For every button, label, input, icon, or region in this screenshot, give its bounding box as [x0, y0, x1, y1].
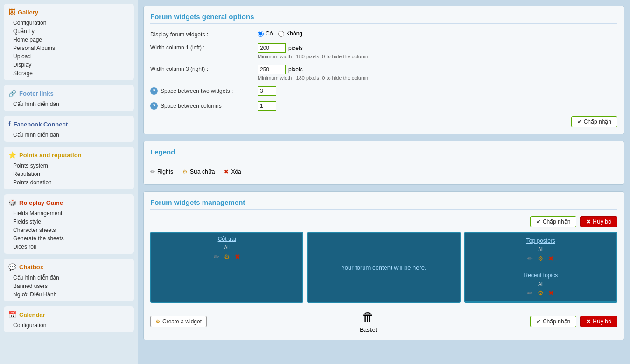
checkmark-icon: ✔	[577, 119, 582, 125]
check2-icon: ✔	[536, 318, 541, 325]
sidebar-link-banned-users[interactable]: Banned users	[4, 282, 134, 290]
general-options-accept-btn[interactable]: ✔ Chấp nhận	[571, 116, 617, 127]
col3-pixels: pixels	[288, 66, 303, 73]
sidebar-link-generate-the-sheets[interactable]: Generate the sheets	[4, 234, 134, 243]
radio-yes[interactable]	[258, 31, 264, 37]
space-widgets-label: ? Space between two widgets :	[150, 86, 253, 95]
top-posters-actions: ✏ ⚙ ✖	[465, 252, 616, 265]
sidebar-link-configuration[interactable]: Configuration	[4, 321, 134, 329]
main-content: Forum widgets general options Display fo…	[138, 0, 630, 364]
sidebar-link-storage[interactable]: Storage	[4, 69, 134, 77]
general-options-actions: ✔ Chấp nhận	[150, 116, 617, 127]
recent-topics-edit-icon[interactable]: ⚙	[538, 289, 544, 297]
section-label-calendar: Calendar	[19, 311, 45, 318]
top-posters-edit-icon[interactable]: ⚙	[538, 255, 544, 262]
center-text: Your forum content will be here.	[341, 264, 426, 271]
sidebar-link-reputation[interactable]: Reputation	[4, 170, 134, 178]
sidebar-link-dices-roll[interactable]: Dices roll	[4, 243, 134, 251]
space-widgets-help-icon[interactable]: ?	[150, 87, 158, 95]
sidebar-link-cu-hnh-din-n[interactable]: Cấu hình diễn đàn	[4, 131, 134, 139]
col3-input[interactable]	[258, 65, 286, 74]
sidebar-link-personal-albums[interactable]: Personal Albums	[4, 44, 134, 52]
general-options-title: Forum widgets general options	[150, 13, 617, 24]
space-widgets-input[interactable]	[258, 86, 276, 96]
sidebar-link-character-sheets[interactable]: Character sheets	[4, 226, 134, 234]
basket-area: 🗑 Basket	[360, 309, 377, 333]
sidebar-link-points-system[interactable]: Points system	[4, 161, 134, 170]
delete-icon: ✖	[224, 168, 229, 175]
left-col-delete-icon[interactable]: ✖	[235, 253, 240, 260]
radio-no-text: Không	[286, 30, 302, 37]
sidebar-link-upload[interactable]: Upload	[4, 52, 134, 61]
col3-label: Width column 3 (right) :	[150, 65, 253, 72]
top-posters-title[interactable]: Top posters	[526, 238, 555, 244]
sidebar-section-title-gallery: 🖼Gallery	[4, 7, 134, 19]
sidebar-section-roleplay: 🎲Roleplay GameFields ManagementFields st…	[4, 194, 134, 254]
top-posters-delete-icon[interactable]: ✖	[548, 255, 554, 262]
management-bottom-actions: ✔ Chấp nhận ✖ Hủy bỏ	[530, 316, 617, 327]
col1-input-row: pixels	[258, 43, 368, 53]
radio-yes-label[interactable]: Có	[258, 30, 273, 37]
space-cols-help-icon[interactable]: ?	[150, 102, 158, 110]
sidebar-section-gallery: 🖼GalleryConfigurationQuản LýHome pagePer…	[4, 4, 134, 80]
col3-row: Width column 3 (right) : pixels Minimum …	[150, 65, 617, 81]
sidebar-section-title-calendar: 📅Calendar	[4, 309, 134, 321]
top-posters-sub: All	[465, 247, 616, 252]
management-accept-btn2[interactable]: ✔ Chấp nhận	[530, 316, 576, 327]
radio-no-label[interactable]: Không	[278, 30, 302, 37]
management-cancel-btn[interactable]: ✖ Hủy bỏ	[580, 216, 617, 227]
top-posters-rights-icon[interactable]: ✏	[527, 255, 533, 262]
space-cols-input[interactable]	[258, 101, 276, 111]
recent-topics-rights-icon[interactable]: ✏	[527, 289, 533, 297]
recent-topics-title[interactable]: Recent topics	[524, 272, 558, 279]
sidebar-link-display[interactable]: Display	[4, 61, 134, 69]
sidebar-link-home-page[interactable]: Home page	[4, 35, 134, 44]
section-label-chatbox: Chatbox	[19, 264, 43, 271]
section-icon-roleplay: 🎲	[8, 199, 16, 206]
col1-input[interactable]	[258, 43, 286, 53]
rights-label: Rights	[157, 168, 173, 175]
left-col-sub: All	[151, 245, 302, 250]
col1-pixels: pixels	[288, 45, 303, 51]
section-label-facebook: Facebook Connect	[14, 121, 68, 128]
sidebar-section-footer: 🔗Footer linksCấu hình diễn đàn	[4, 85, 134, 111]
left-col-title[interactable]: Cột trái	[218, 236, 236, 242]
sidebar-link-qun-l[interactable]: Quản Lý	[4, 27, 134, 35]
sidebar: 🖼GalleryConfigurationQuản LýHome pagePer…	[0, 0, 138, 364]
section-label-footer: Footer links	[19, 90, 54, 97]
sidebar-link-fields-management[interactable]: Fields Management	[4, 209, 134, 217]
create-widget-btn[interactable]: ⚙ Create a widget	[150, 316, 207, 327]
space-widgets-value-container	[258, 86, 276, 96]
sidebar-link-points-donation[interactable]: Points donation	[4, 178, 134, 187]
basket-label: Basket	[360, 327, 377, 333]
sidebar-link-cu-hnh-din-n[interactable]: Cấu hình diễn đàn	[4, 100, 134, 108]
recent-topics-header: Recent topics	[465, 269, 616, 281]
sidebar-link-fields-style[interactable]: Fields style	[4, 217, 134, 226]
recent-topics-delete-icon[interactable]: ✖	[548, 289, 554, 297]
display-widgets-value: Có Không	[258, 30, 302, 37]
sidebar-link-configuration[interactable]: Configuration	[4, 19, 134, 27]
radio-no[interactable]	[278, 31, 284, 37]
col3-value-container: pixels Minimum width : 180 pixels, 0 to …	[258, 65, 368, 81]
left-col-header: Cột trái	[151, 233, 302, 245]
recent-topics-actions: ✏ ⚙ ✖	[465, 287, 616, 300]
sidebar-section-title-roleplay: 🎲Roleplay Game	[4, 197, 134, 209]
section-icon-footer: 🔗	[8, 90, 16, 97]
col1-hint: Minimum width : 180 pixels, 0 to hide th…	[258, 54, 368, 59]
top-posters-header: Top posters	[465, 235, 616, 247]
management-cancel-btn2[interactable]: ✖ Hủy bỏ	[580, 316, 617, 327]
check-icon: ✔	[536, 218, 541, 225]
delete-label: Xóa	[231, 168, 241, 175]
recent-topics-widget: Recent topics All ✏ ⚙ ✖	[465, 267, 616, 302]
left-col-edit-icon[interactable]: ⚙	[224, 253, 230, 260]
cancel2-icon: ✖	[586, 318, 591, 325]
space-cols-label: ? Space between columns :	[150, 101, 253, 110]
section-icon-calendar: 📅	[8, 311, 16, 318]
left-col-rights-icon[interactable]: ✏	[214, 253, 219, 260]
sidebar-link-ngi-iu-hnh[interactable]: Người Điều Hành	[4, 290, 134, 299]
widget-center-col: Your forum content will be here.	[307, 232, 460, 303]
create-icon: ⚙	[155, 318, 161, 325]
section-icon-points: ⭐	[8, 151, 16, 159]
management-accept-btn[interactable]: ✔ Chấp nhận	[530, 216, 576, 227]
sidebar-link-cu-hnh-din-n[interactable]: Cấu hình diễn đàn	[4, 273, 134, 282]
